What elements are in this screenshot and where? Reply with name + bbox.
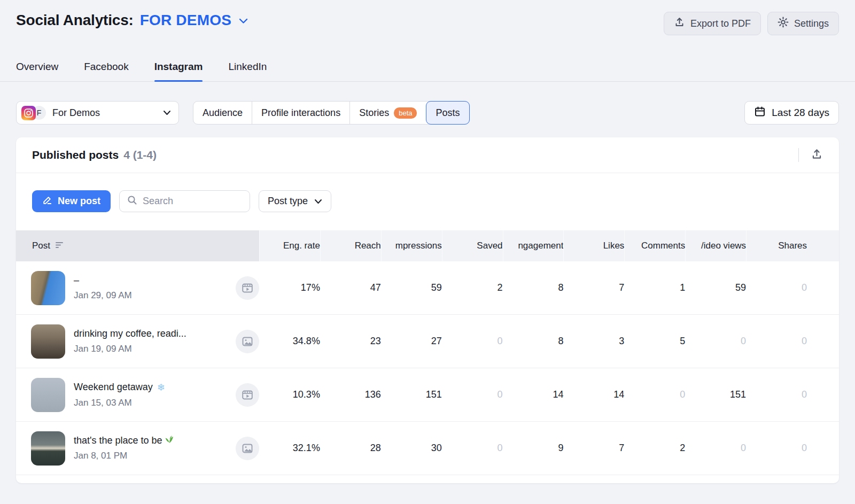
metric-likes: 14 <box>563 389 624 400</box>
column-header-post[interactable]: Post <box>16 230 259 261</box>
image-post-icon <box>236 437 259 460</box>
post-text: Weekend getaway❄Jan 15, 03 AM <box>74 382 231 408</box>
post-title-text: – <box>74 275 79 286</box>
metric--ideo-views: 0 <box>685 443 746 454</box>
new-post-button[interactable]: New post <box>32 190 111 212</box>
post-row[interactable]: that's the place to beJan 8, 01 PM32.1%2… <box>16 422 839 475</box>
post-title-text: that's the place to be <box>74 435 162 446</box>
metric-likes: 3 <box>563 336 624 347</box>
post-thumbnail <box>31 324 65 359</box>
export-to-pdf-label: Export to PDF <box>690 18 751 29</box>
segment-audience[interactable]: Audience <box>193 102 252 124</box>
metric-comments: 0 <box>624 389 685 400</box>
column-header-ngagement[interactable]: ngagement <box>503 230 564 261</box>
metric--ideo-views: 151 <box>685 389 746 400</box>
post-type-select[interactable]: Post type <box>259 190 331 212</box>
post-title: Weekend getaway❄ <box>74 382 231 393</box>
metric-likes: 7 <box>563 282 624 293</box>
chevron-down-icon <box>163 108 171 118</box>
post-title: that's the place to be <box>74 435 231 446</box>
segment-profile-interactions[interactable]: Profile interactions <box>252 102 349 124</box>
video-post-icon <box>236 276 259 300</box>
published-posts-card: Published posts 4 (1-4) New post <box>16 137 839 483</box>
gear-icon <box>778 17 789 30</box>
table-body: –Jan 29, 09 AM17%47592871590drinking my … <box>16 261 839 475</box>
post-date: Jan 8, 01 PM <box>74 451 231 461</box>
post-row[interactable]: Weekend getaway❄Jan 15, 03 AM10.3%136151… <box>16 368 839 422</box>
post-row[interactable]: drinking my coffee, readi...Jan 19, 09 A… <box>16 315 839 368</box>
segment-label: Stories <box>359 107 389 119</box>
metric-reach: 47 <box>320 282 381 293</box>
header-padding <box>807 230 839 261</box>
post-thumbnail <box>31 378 65 412</box>
herb-emoji <box>165 435 174 446</box>
column-header-likes[interactable]: Likes <box>563 230 624 261</box>
metric-saved: 2 <box>442 282 503 293</box>
sort-icon <box>56 241 64 251</box>
card-count: 4 (1-4) <box>123 149 157 161</box>
column-header-shares[interactable]: Shares <box>746 230 807 261</box>
post-title: – <box>74 275 231 286</box>
post-cell: Weekend getaway❄Jan 15, 03 AM <box>16 378 259 412</box>
metric-saved: 0 <box>442 336 503 347</box>
report-segmented-control: AudienceProfile interactionsStoriesbetaP… <box>193 101 470 125</box>
post-title-text: Weekend getaway <box>74 382 153 393</box>
upload-icon <box>811 148 823 162</box>
tab-instagram[interactable]: Instagram <box>154 61 203 81</box>
post-type-label: Post type <box>268 196 308 207</box>
top-actions: Export to PDF Settings <box>664 12 839 35</box>
date-range-label: Last 28 days <box>772 107 829 119</box>
metric-comments: 5 <box>624 336 685 347</box>
post-date: Jan 29, 09 AM <box>74 290 231 301</box>
upload-icon <box>674 17 685 30</box>
column-header--ideo-views[interactable]: /ideo views <box>685 230 746 261</box>
metric-saved: 0 <box>442 443 503 454</box>
metric-ngagement: 8 <box>503 336 564 347</box>
settings-button[interactable]: Settings <box>767 12 839 35</box>
post-title-text: drinking my coffee, readi... <box>74 328 186 339</box>
metric-mpressions: 151 <box>381 389 442 400</box>
segment-label: Audience <box>203 107 243 119</box>
metric-comments: 2 <box>624 443 685 454</box>
column-header-reach[interactable]: Reach <box>320 230 381 261</box>
post-row[interactable]: –Jan 29, 09 AM17%47592871590 <box>16 261 839 315</box>
metric-saved: 0 <box>442 389 503 400</box>
metric-shares: 0 <box>746 443 807 454</box>
metric-mpressions: 27 <box>381 336 442 347</box>
column-header-comments[interactable]: Comments <box>624 230 685 261</box>
tab-linkedin[interactable]: LinkedIn <box>228 61 267 81</box>
settings-label: Settings <box>794 18 829 29</box>
metric-ngagement: 8 <box>503 282 564 293</box>
tab-facebook[interactable]: Facebook <box>84 61 128 81</box>
metric-likes: 7 <box>563 443 624 454</box>
card-header: Published posts 4 (1-4) <box>16 137 839 173</box>
metric-mpressions: 30 <box>381 443 442 454</box>
divider <box>798 148 799 162</box>
segment-stories[interactable]: Storiesbeta <box>349 102 426 124</box>
search-input[interactable] <box>143 196 242 207</box>
tab-overview[interactable]: Overview <box>16 61 58 81</box>
project-selector-label[interactable]: FOR DEMOS <box>140 12 231 29</box>
page-title-group[interactable]: Social Analytics: FOR DEMOS <box>16 12 248 29</box>
metric-shares: 0 <box>746 336 807 347</box>
account-select[interactable]: F For Demos <box>16 101 179 125</box>
export-to-pdf-button[interactable]: Export to PDF <box>664 12 761 35</box>
column-header-eng-rate[interactable]: Eng. rate <box>259 230 320 261</box>
page-title: Social Analytics: <box>16 12 134 29</box>
video-post-icon <box>236 383 259 407</box>
post-thumbnail <box>31 431 65 466</box>
social-analytics-page: Social Analytics: FOR DEMOS Export to PD… <box>0 0 855 504</box>
filter-row: F For Demos AudienceProfile interactions… <box>0 101 855 125</box>
post-thumbnail <box>31 271 65 305</box>
column-header-saved[interactable]: Saved <box>442 230 503 261</box>
metric-shares: 0 <box>746 389 807 400</box>
date-range-button[interactable]: Last 28 days <box>744 101 839 125</box>
segment-posts[interactable]: Posts <box>426 101 469 125</box>
account-name: For Demos <box>52 107 100 119</box>
export-table-button[interactable] <box>809 146 825 164</box>
metric--ideo-views: 59 <box>685 282 746 293</box>
column-header-mpressions[interactable]: mpressions <box>381 230 442 261</box>
post-cell: –Jan 29, 09 AM <box>16 271 259 305</box>
beta-badge: beta <box>394 107 417 119</box>
pencil-icon <box>42 195 52 208</box>
